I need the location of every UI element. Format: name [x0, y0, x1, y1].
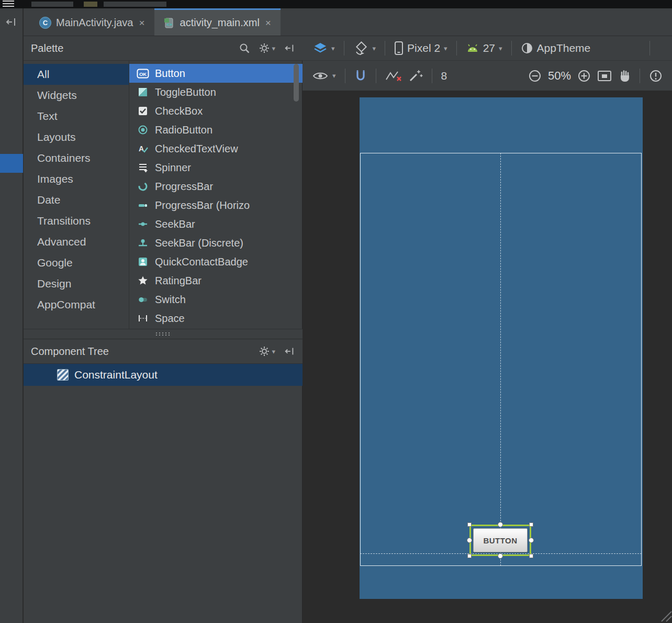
palette-category-transitions[interactable]: Transitions [24, 210, 129, 231]
canvas-button-widget[interactable]: BUTTON [473, 528, 528, 552]
active-tool-window-button[interactable] [0, 154, 23, 173]
checkbox-icon [136, 106, 150, 116]
constraint-anchor-right[interactable] [529, 538, 534, 543]
design-surface[interactable]: BUTTON [303, 91, 672, 623]
hide-panel-icon[interactable] [284, 346, 295, 357]
palette-item-progressbar-horizontal[interactable]: ProgressBar (Horizo [129, 196, 303, 215]
palette-category-list: All Widgets Text Layouts Containers Imag… [24, 61, 129, 329]
palette-item-switch[interactable]: Switch [129, 290, 303, 309]
palette-settings-button[interactable]: ▾ [259, 42, 275, 54]
palette-category-images[interactable]: Images [24, 169, 129, 190]
api-level-selector[interactable]: 27 ▾ [463, 40, 506, 56]
hide-tool-window-icon[interactable] [5, 16, 17, 28]
palette-item-seekbar-discrete[interactable]: SeekBar (Discrete) [129, 233, 303, 252]
panel-splitter[interactable] [24, 329, 303, 339]
breadcrumb-fragment [31, 2, 73, 7]
switch-icon [136, 294, 150, 305]
autoconnect-button[interactable] [351, 68, 370, 84]
palette-item-spinner[interactable]: Spinner [129, 158, 303, 177]
render-issues-button[interactable] [646, 68, 666, 84]
palette-widget-list: OK Button ToggleButton CheckBox RadioBut… [129, 61, 303, 329]
clear-constraints-button[interactable] [382, 68, 405, 84]
theme-selector[interactable]: AppTheme [518, 40, 594, 56]
palette-category-containers[interactable]: Containers [24, 148, 129, 169]
phone-icon [394, 41, 404, 55]
palette-item-checkedtextview[interactable]: A CheckedTextView [129, 139, 303, 158]
zoom-in-button[interactable] [574, 68, 594, 84]
palette-category-advanced[interactable]: Advanced [24, 231, 129, 252]
constraintlayout-icon [57, 369, 69, 381]
view-options-button[interactable]: ▾ [309, 69, 339, 83]
palette-item-label: RatingBar [155, 275, 201, 287]
palette-item-progressbar[interactable]: ProgressBar [129, 177, 303, 196]
device-selector[interactable]: Pixel 2 ▾ [391, 39, 451, 57]
xml-layout-file-icon: <> [163, 17, 175, 29]
zoom-out-icon [528, 69, 542, 83]
tool-window-strip [0, 8, 23, 623]
chevron-down-icon: ▾ [331, 45, 335, 52]
quickcontactbadge-icon [136, 257, 150, 267]
magnet-icon [354, 70, 367, 82]
resize-handle-bottom-right[interactable] [529, 554, 533, 558]
palette-item-quickcontactbadge[interactable]: QuickContactBadge [129, 252, 303, 271]
device-label: Pixel 2 [407, 42, 440, 54]
palette-item-label: Spinner [155, 162, 191, 174]
component-tree-settings-button[interactable]: ▾ [259, 346, 275, 357]
palette-category-all[interactable]: All [24, 64, 129, 85]
palette-item-radiobutton[interactable]: RadioButton [129, 120, 303, 139]
palette-category-appcompat[interactable]: AppCompat [24, 294, 129, 315]
zoom-to-fit-icon [597, 70, 612, 82]
menu-icon[interactable] [3, 1, 14, 8]
design-toolbar-secondary: ▾ 8 50% [303, 61, 672, 91]
palette-scrollbar-thumb[interactable] [294, 64, 299, 102]
seekbar-icon [136, 219, 150, 229]
palette-item-ratingbar[interactable]: RatingBar [129, 271, 303, 290]
resize-handle-top-right[interactable] [529, 522, 533, 527]
design-surface-mode-button[interactable]: ▾ [310, 40, 338, 56]
zoom-to-fit-button[interactable] [594, 69, 615, 83]
palette-item-checkbox[interactable]: CheckBox [129, 102, 303, 120]
palette-category-design[interactable]: Design [24, 273, 129, 294]
palette-item-space[interactable]: Space [129, 309, 303, 328]
breadcrumb-fragment [84, 2, 97, 7]
pan-button[interactable] [615, 68, 634, 84]
palette-item-label: Switch [155, 294, 186, 306]
orientation-button[interactable]: ▾ [350, 40, 379, 57]
palette-item-seekbar[interactable]: SeekBar [129, 215, 303, 233]
canvas-button-label: BUTTON [483, 536, 517, 545]
theme-label: AppTheme [537, 42, 591, 54]
palette-item-label: ToggleButton [155, 86, 216, 98]
palette-category-widgets[interactable]: Widgets [24, 85, 129, 106]
tree-item-constraintlayout[interactable]: ConstraintLayout [24, 364, 303, 386]
tab-mainactivity-java[interactable]: C MainActivity.java × [31, 8, 154, 36]
eye-icon [312, 71, 329, 81]
tab-activity-main-xml[interactable]: <> activity_main.xml × [154, 8, 281, 36]
palette-category-date[interactable]: Date [24, 190, 129, 210]
constraint-anchor-bottom[interactable] [498, 553, 503, 559]
constraint-anchor-left[interactable] [467, 538, 472, 543]
resize-handle-bottom-left[interactable] [467, 554, 472, 558]
palette-item-label: SeekBar [155, 218, 195, 230]
gear-icon [259, 346, 270, 357]
selected-widget-frame[interactable]: BUTTON [469, 525, 531, 556]
breadcrumb-bar [0, 0, 672, 8]
palette-category-layouts[interactable]: Layouts [24, 127, 129, 148]
default-margin-button[interactable]: 8 [438, 68, 451, 84]
palette-item-label: CheckedTextView [155, 143, 238, 155]
search-icon[interactable] [239, 42, 250, 54]
resize-handle-top-left[interactable] [467, 522, 472, 527]
palette-category-google[interactable]: Google [24, 252, 129, 273]
zoom-out-button[interactable] [525, 68, 545, 84]
chevron-down-icon: ▾ [332, 72, 336, 79]
palette-item-label: Space [155, 313, 185, 325]
constraint-anchor-top[interactable] [498, 522, 503, 527]
close-icon[interactable]: × [138, 18, 145, 28]
infer-constraints-button[interactable] [405, 68, 426, 84]
layers-icon [313, 42, 328, 54]
palette-item-togglebutton[interactable]: ToggleButton [129, 83, 303, 102]
resize-grip-icon[interactable] [657, 607, 672, 622]
palette-item-button[interactable]: OK Button [129, 64, 303, 83]
hide-panel-icon[interactable] [284, 42, 295, 54]
palette-category-text[interactable]: Text [24, 106, 129, 127]
close-icon[interactable]: × [264, 18, 272, 28]
